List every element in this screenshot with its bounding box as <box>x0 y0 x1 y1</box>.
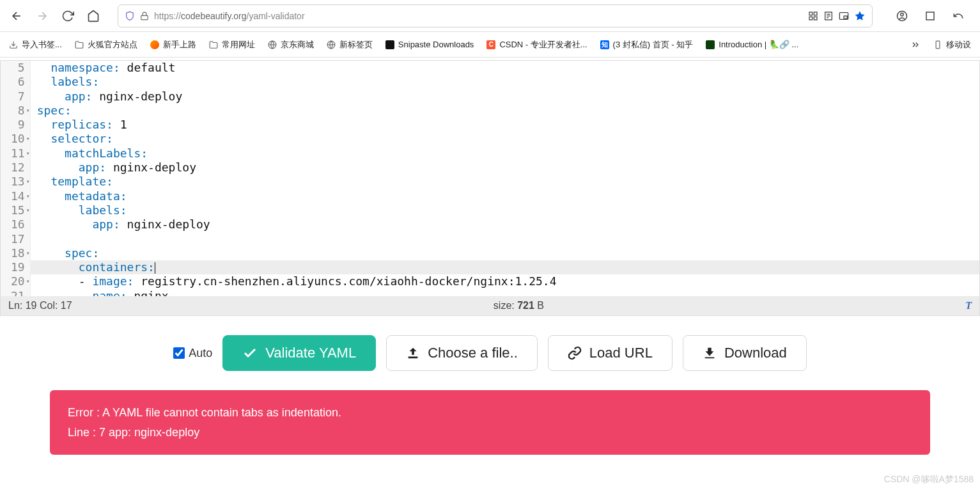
nav-toolbar-right <box>885 4 975 28</box>
load-url-button[interactable]: Load URL <box>548 335 673 371</box>
bookmarks-bar: 导入书签... 火狐官方站点 新手上路 常用网址 京东商城 新标签页 Snipa… <box>0 32 980 58</box>
code-line[interactable]: containers: <box>31 260 979 274</box>
profile-icon <box>896 10 908 22</box>
error-line: Error : A YAML file cannot contain tabs … <box>68 403 912 423</box>
gutter-line: 16 <box>11 217 25 232</box>
bookmark-item[interactable]: 火狐官方站点 <box>71 36 141 53</box>
bookmark-item[interactable]: 知(3 封私信) 首页 - 知乎 <box>596 36 697 53</box>
code-line[interactable]: labels: <box>31 203 979 217</box>
bookmark-item[interactable]: Snipaste Downloads <box>382 37 478 52</box>
reload-icon <box>61 10 74 22</box>
code-line[interactable]: metadata: <box>31 189 979 203</box>
bookmark-item[interactable]: 新标签页 <box>323 36 377 53</box>
gutter-line: 13▾ <box>11 175 25 189</box>
svg-rect-14 <box>926 12 934 20</box>
gutter-line: 18▾ <box>11 246 25 260</box>
shield-icon <box>125 11 135 21</box>
nav-back-button[interactable] <box>5 4 28 28</box>
fold-toggle-icon[interactable]: ▾ <box>26 274 30 288</box>
download-button[interactable]: Download <box>683 335 807 371</box>
bookmark-item[interactable]: 常用网址 <box>205 36 259 53</box>
code-line[interactable]: template: <box>31 175 979 189</box>
cursor-position: Ln: 19 Col: 17 <box>8 300 72 311</box>
code-line[interactable]: spec: <box>31 104 979 118</box>
svg-rect-21 <box>408 357 418 359</box>
editor-code-area[interactable]: namespace: default labels: app: nginx-de… <box>31 61 979 296</box>
undo-icon <box>953 10 964 22</box>
svg-rect-10 <box>844 16 847 19</box>
svg-marker-11 <box>855 11 865 20</box>
snipaste-icon <box>385 40 394 49</box>
bookmark-overflow[interactable] <box>906 37 924 52</box>
globe-icon <box>327 40 336 49</box>
nav-forward-button[interactable] <box>31 4 54 28</box>
fold-toggle-icon[interactable]: ▾ <box>26 189 30 203</box>
extensions-button[interactable] <box>919 4 942 28</box>
auto-checkbox-label[interactable]: Auto <box>173 347 212 360</box>
profile-button[interactable] <box>891 4 914 28</box>
gutter-line: 19 <box>11 260 25 274</box>
qr-icon[interactable] <box>808 11 818 21</box>
auto-label: Auto <box>189 347 212 360</box>
validate-button[interactable]: Validate YAML <box>222 335 376 371</box>
fold-toggle-icon[interactable]: ▾ <box>26 146 30 161</box>
csdn-icon: C <box>486 40 495 49</box>
import-icon <box>9 40 18 49</box>
svg-rect-4 <box>814 17 817 20</box>
fold-toggle-icon[interactable]: ▾ <box>26 175 30 189</box>
code-line[interactable]: selector: <box>31 132 979 146</box>
fold-toggle-icon[interactable]: ▾ <box>26 104 30 118</box>
code-line[interactable]: replicas: 1 <box>31 118 979 132</box>
gutter-line: 20▾ <box>11 274 25 288</box>
gutter-line: 12 <box>11 161 25 175</box>
undo-close-button[interactable] <box>947 4 970 28</box>
url-text: https://codebeautify.org/yaml-validator <box>154 11 305 21</box>
code-line[interactable]: spec: <box>31 246 979 260</box>
bookmark-item[interactable]: 移动设 <box>929 36 975 53</box>
choose-file-button[interactable]: Choose a file.. <box>386 335 538 371</box>
svg-rect-20 <box>936 41 940 49</box>
auto-checkbox[interactable] <box>173 347 185 359</box>
code-line[interactable] <box>31 232 979 246</box>
url-bar[interactable]: https://codebeautify.org/yaml-validator <box>118 4 873 28</box>
svg-rect-3 <box>809 17 813 20</box>
fold-toggle-icon[interactable]: ▾ <box>26 203 30 217</box>
gutter-line: 11▾ <box>11 146 25 161</box>
bookmark-star-icon[interactable] <box>854 10 866 22</box>
bookmark-item[interactable]: Introduction | 🦜🔗 ... <box>702 37 802 52</box>
gutter-line: 21 <box>11 289 25 296</box>
bookmark-item[interactable]: CCSDN - 专业开发者社... <box>483 36 591 53</box>
svg-rect-1 <box>809 12 813 15</box>
code-line[interactable]: - image: registry.cn-shenzhen.aliyuncs.c… <box>31 274 979 288</box>
upload-icon <box>406 346 420 360</box>
langchain-icon <box>706 40 715 49</box>
code-line[interactable]: app: nginx-deploy <box>31 161 979 175</box>
nav-reload-button[interactable] <box>56 4 79 28</box>
gutter-line: 6 <box>11 75 25 89</box>
code-line[interactable]: labels: <box>31 75 979 89</box>
svg-rect-0 <box>141 15 148 19</box>
code-line[interactable]: namespace: default <box>31 61 979 75</box>
bookmark-item[interactable]: 京东商城 <box>264 36 318 53</box>
bookmark-item[interactable]: 导入书签... <box>5 36 66 53</box>
code-line[interactable]: app: nginx-deploy <box>31 217 979 232</box>
pip-icon[interactable] <box>839 11 849 21</box>
bookmark-item[interactable]: 新手上路 <box>146 36 200 53</box>
nav-home-button[interactable] <box>82 4 105 28</box>
code-line[interactable]: name: nginx <box>31 289 979 296</box>
editor-body[interactable]: 5678▾910▾11▾1213▾14▾15▾161718▾1920▾2122 … <box>1 61 979 296</box>
mobile-icon <box>933 40 942 49</box>
svg-rect-2 <box>814 12 817 15</box>
gutter-line: 10▾ <box>11 132 25 146</box>
reader-icon[interactable] <box>823 11 834 21</box>
fold-toggle-icon[interactable]: ▾ <box>26 132 30 146</box>
fold-toggle-icon[interactable]: ▾ <box>26 246 30 260</box>
code-line[interactable]: app: nginx-deploy <box>31 90 979 104</box>
folder-icon <box>75 40 84 49</box>
firefox-icon <box>150 40 159 49</box>
editor-status-bar: Ln: 19 Col: 17 size: 721 B T <box>1 296 979 315</box>
code-line[interactable]: matchLabels: <box>31 146 979 161</box>
link-icon <box>568 346 582 360</box>
zhihu-icon: 知 <box>600 40 609 49</box>
gutter-line: 5 <box>11 61 25 75</box>
